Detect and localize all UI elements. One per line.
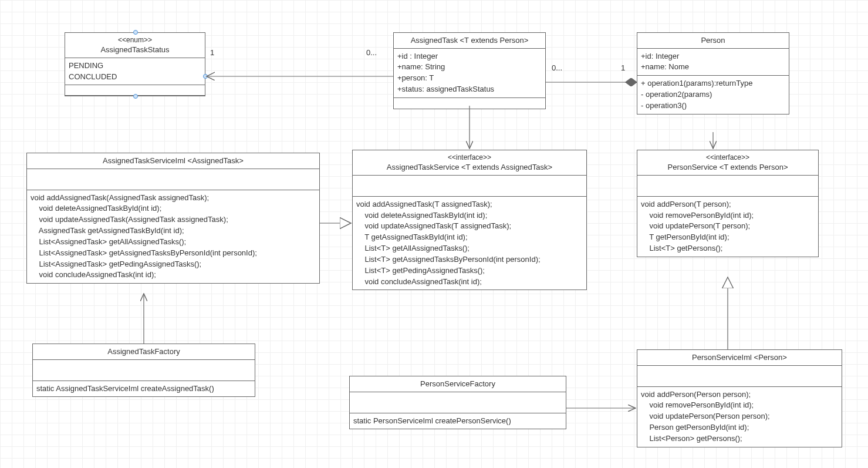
class-person-service-factory[interactable]: PersonServiceFactory static PersonServic…	[349, 376, 566, 429]
stereotype: <<interface>>	[356, 153, 583, 162]
class-name: PersonServiceFactory	[353, 379, 562, 389]
attributes: +id : Integer +name: String +person: T +…	[394, 49, 545, 98]
attributes: PENDING CONCLUDED	[65, 58, 205, 86]
resize-handle[interactable]	[133, 94, 138, 99]
multiplicity-label: 1	[621, 63, 625, 72]
attributes	[33, 360, 255, 381]
class-assigned-task-service[interactable]: <<interface>> AssignedTaskService <T ext…	[352, 150, 587, 290]
resize-handle[interactable]	[133, 30, 138, 35]
operations: void addAssignedTask(AssignedTask assign…	[27, 190, 319, 284]
class-name: AssignedTaskService <T extends AssignedT…	[356, 162, 583, 173]
attributes: +id: Integer +name: Nome	[637, 49, 789, 76]
operations: static AssignedTaskServiceIml createAssi…	[33, 381, 255, 397]
class-person[interactable]: Person +id: Integer +name: Nome + operat…	[637, 32, 789, 115]
class-assigned-task[interactable]: AssignedTask <T extends Person> +id : In…	[393, 32, 546, 109]
class-assigned-task-status[interactable]: <<enum>> AssignedTaskStatus PENDING CONC…	[65, 32, 205, 96]
attributes	[27, 169, 319, 190]
operations: void addAssignedTask(T assignedTask); vo…	[353, 197, 586, 290]
class-person-service[interactable]: <<interface>> PersonService <T extends P…	[637, 150, 819, 257]
multiplicity-label: 0...	[366, 48, 377, 57]
attributes	[637, 176, 818, 197]
resize-handle[interactable]	[203, 74, 208, 79]
operations: static PersonServiceIml createPersonServ…	[350, 413, 566, 429]
class-name: Person	[641, 35, 785, 46]
stereotype: <<interface>>	[641, 153, 815, 162]
class-name: AssignedTaskServiceIml <AssignedTask>	[31, 156, 316, 166]
multiplicity-label: 0...	[552, 63, 562, 72]
class-assigned-task-factory[interactable]: AssignedTaskFactory static AssignedTaskS…	[32, 344, 255, 397]
class-name: AssignedTaskFactory	[36, 346, 251, 357]
operations	[394, 98, 545, 109]
attributes	[350, 392, 566, 413]
attributes	[353, 176, 586, 197]
class-name: AssignedTask <T extends Person>	[397, 35, 542, 46]
multiplicity-label: 1	[210, 48, 214, 57]
class-name: PersonServiceIml <Person>	[641, 352, 838, 363]
class-person-service-impl[interactable]: PersonServiceIml <Person> void addPerson…	[637, 349, 842, 447]
attributes	[637, 366, 842, 387]
operations: void addPerson(Person person); void remo…	[637, 387, 842, 447]
class-name: AssignedTaskStatus	[69, 45, 201, 55]
class-assigned-task-service-impl[interactable]: AssignedTaskServiceIml <AssignedTask> vo…	[26, 153, 320, 284]
operations: void addPerson(T person); void removePer…	[637, 197, 818, 257]
stereotype: <<enum>>	[69, 35, 201, 45]
operations: + operation1(params):returnType - operat…	[637, 76, 789, 114]
class-name: PersonService <T extends Person>	[641, 162, 815, 173]
